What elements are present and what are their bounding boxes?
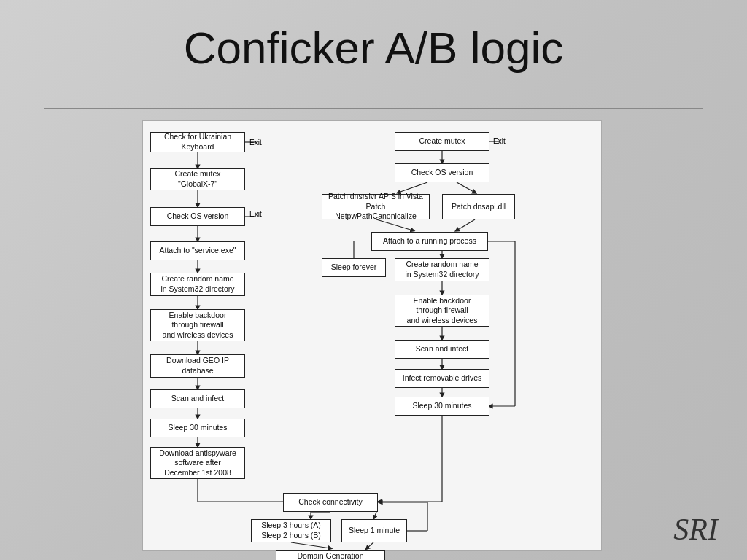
box-create-random-right: Create random namein System32 directory: [395, 258, 489, 281]
svg-line-10: [398, 182, 427, 192]
box-download-antispyware: Download antispywaresoftware afterDecemb…: [150, 447, 245, 479]
svg-line-11: [457, 182, 475, 192]
svg-line-29: [367, 542, 374, 548]
box-create-mutex-global: Create mutex"GlobalX-7": [150, 168, 245, 190]
box-check-os-left: Check OS version: [150, 207, 245, 226]
box-infect-removable: Infect removable drives: [395, 369, 489, 388]
box-scan-infect-left: Scan and infect: [150, 389, 245, 408]
box-domain-gen: Domain GenerationFile Downloadand File s…: [276, 550, 385, 560]
box-attach-service: Attach to "service.exe": [150, 241, 245, 260]
exit-label-1: Exit: [249, 139, 262, 147]
box-attach-running: Attach to a running process: [371, 232, 488, 251]
box-sleep-forever: Sleep forever: [322, 258, 386, 277]
exit-label-2: Exit: [249, 210, 262, 218]
svg-line-28: [291, 542, 330, 548]
box-check-ukrainian: Check for Ukrainian Keyboard: [150, 132, 245, 152]
svg-line-27: [374, 512, 376, 518]
box-sleep-1min: Sleep 1 minute: [341, 519, 407, 542]
sri-label: SRI: [673, 512, 718, 547]
box-download-geo: Download GEO IPdatabase: [150, 354, 245, 378]
box-create-mutex-right: Create mutex: [395, 132, 489, 151]
box-create-random-left: Create random namein System32 directory: [150, 273, 245, 296]
box-sleep-30-left: Sleep 30 minutes: [150, 419, 245, 438]
box-check-os-right: Check OS version: [395, 163, 489, 182]
exit-label-3: Exit: [493, 137, 506, 145]
box-sleep-30-right: Sleep 30 minutes: [395, 397, 489, 416]
box-enable-backdoor-right: Enable backdoorthrough firewalland wirel…: [395, 295, 489, 327]
diagram-container: Check for Ukrainian Keyboard Create mute…: [142, 120, 602, 551]
box-scan-infect-right: Scan and infect: [395, 340, 489, 359]
box-enable-backdoor-left: Enable backdoorthrough firewalland wirel…: [150, 309, 245, 341]
box-check-connectivity: Check connectivity: [283, 493, 378, 512]
box-patch-dnsapi: Patch dnsapi.dll: [442, 194, 515, 219]
page-title: Conficker A/B logic: [0, 22, 747, 74]
box-patch-dnsrslvr: Patch dnsrslvr APIS in VistaPatch NetpwP…: [322, 194, 430, 219]
box-sleep-ab: Sleep 3 hours (A)Sleep 2 hours (B): [251, 519, 331, 542]
title-divider: [44, 108, 703, 109]
svg-line-13: [457, 219, 475, 230]
